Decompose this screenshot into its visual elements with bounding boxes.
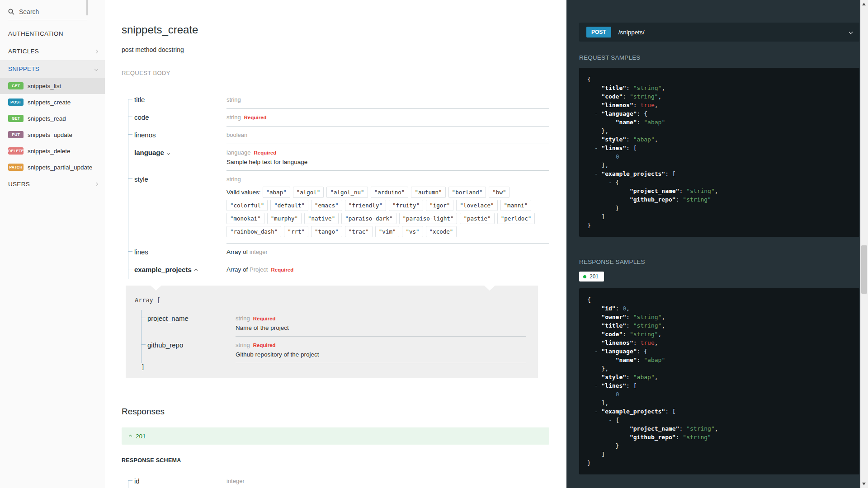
scroll-up-icon[interactable] <box>862 3 866 5</box>
panel-notch-left <box>151 286 161 291</box>
chevron-down-icon <box>167 152 170 155</box>
operation-title: snippets_create <box>122 23 549 36</box>
sidebar-item-label: snippets_create <box>28 99 71 106</box>
chevron-down-icon <box>94 67 98 70</box>
sidebar-section-snippets[interactable]: SNIPPETS <box>0 60 105 78</box>
enum-chip: "perldoc" <box>497 213 535 224</box>
type-prefix: Array of <box>226 266 250 273</box>
sidebar-item-snippets_delete[interactable]: DELETEsnippets_delete <box>0 143 105 159</box>
response-samples-label: RESPONSE SAMPLES <box>579 258 859 265</box>
enum-chip: "tango" <box>311 226 342 237</box>
field-type-line: languageRequired <box>226 148 549 156</box>
required-badge: Required <box>254 150 277 155</box>
scrollbar-thumb[interactable] <box>861 245 867 294</box>
field-row: codestringRequired <box>128 109 549 127</box>
enum-chip: "trac" <box>345 226 373 237</box>
method-badge-put: PUT <box>8 131 24 138</box>
sidebar-item-snippets_create[interactable]: POSTsnippets_create <box>0 94 105 110</box>
type-name: string <box>236 342 250 348</box>
enum-chip: "murphy" <box>267 213 302 224</box>
enum-chip: "vs" <box>402 226 423 237</box>
field-type: string <box>226 95 549 109</box>
type-name: integer <box>226 478 245 484</box>
field-row: linesArray of integer <box>128 244 549 261</box>
field-type: stringRequired <box>226 113 549 127</box>
field-type-line: integer <box>226 477 549 485</box>
valid-values-label: Valid values: <box>226 189 261 196</box>
enum-chip: "vim" <box>375 226 400 237</box>
sidebar-item-snippets_partial_update[interactable]: PATCHsnippets_partial_update <box>0 159 105 175</box>
field-name: project_name <box>147 314 236 337</box>
response-status-code: 201 <box>136 433 146 440</box>
search-underline <box>8 20 87 20</box>
enum-chip: "native" <box>304 213 339 224</box>
sidebar-section-articles[interactable]: ARTICLES <box>0 42 105 60</box>
type-name: language <box>226 149 251 156</box>
field-name: github_repo <box>147 341 236 363</box>
sidebar-item-snippets_read[interactable]: GETsnippets_read <box>0 110 105 127</box>
method-badge-patch: PATCH <box>8 164 24 171</box>
responses-heading: Responses <box>122 407 549 417</box>
field-type-line: Array of ProjectRequired <box>226 265 549 273</box>
sidebar-section-label: AUTHENTICATION <box>8 30 63 37</box>
sidebar-item-snippets_list[interactable]: GETsnippets_list <box>0 78 105 94</box>
field-type-line: string <box>226 175 549 183</box>
sidebar-item-label: snippets_partial_update <box>28 164 92 171</box>
endpoint-selector[interactable]: POST /snippets/ <box>579 23 859 42</box>
field-help: Github repository of the project <box>236 351 515 358</box>
required-badge: Required <box>253 316 276 321</box>
type-name: string <box>226 96 241 103</box>
enum-chip: "xcode" <box>426 226 457 237</box>
scroll-down-icon[interactable] <box>862 483 866 485</box>
field-help: Name of the project <box>236 324 515 331</box>
request-sample-code: { "title": "string", "code": "string", "… <box>579 68 859 237</box>
enum-values: Valid values:"abap""algol""algol_nu""ard… <box>226 186 549 238</box>
field-name: code <box>134 113 226 127</box>
field-type-line: stringRequired <box>236 341 515 349</box>
sidebar-item-label: snippets_read <box>28 115 66 122</box>
sidebar-section-label: USERS <box>8 181 30 188</box>
field-row: languagelanguageRequiredSample help text… <box>128 144 549 171</box>
endpoint-path: /snippets/ <box>618 29 645 36</box>
enum-chip: "emacs" <box>311 200 342 211</box>
enum-chip: "default" <box>270 200 308 211</box>
type-name: Project <box>250 266 268 273</box>
field-name[interactable]: language <box>134 148 226 171</box>
response-201-tab[interactable]: 201 <box>579 272 604 282</box>
response-201-banner[interactable]: 201 <box>122 427 549 445</box>
field-name[interactable]: example_projects <box>134 265 226 278</box>
field-row: stylestringValid values:"abap""algol""al… <box>128 171 549 244</box>
search-icon <box>8 9 14 15</box>
field-type-line: stringRequired <box>236 314 515 322</box>
field-type: Array of ProjectRequired <box>226 265 549 278</box>
panel-notch-right <box>484 286 495 291</box>
field-type: stringRequiredName of the project <box>236 314 526 337</box>
enum-chip: "lovelace" <box>456 200 497 211</box>
sidebar-section-users[interactable]: USERS <box>0 175 105 193</box>
enum-chip: "friendly" <box>345 200 386 211</box>
field-type-line: stringRequired <box>226 113 549 121</box>
sidebar-scrollbar-thumb[interactable] <box>86 0 88 15</box>
enum-chip: "manni" <box>500 200 532 211</box>
chevron-up-icon <box>194 269 198 272</box>
type-name: string <box>226 114 241 121</box>
field-name: id <box>134 477 226 488</box>
sidebar-item-snippets_update[interactable]: PUTsnippets_update <box>0 127 105 143</box>
response-schema-label: RESPONSE SCHEMA <box>122 457 549 464</box>
chevron-right-icon <box>94 182 98 186</box>
response-schema: idintegerid serializer help textownerstr… <box>128 473 549 488</box>
field-row: idintegerid serializer help text <box>128 473 549 488</box>
response-sample-code: { "id": 0, "owner": "string", "title": "… <box>579 288 859 474</box>
field-type: stringRequiredGithub repository of the p… <box>236 341 526 363</box>
field-row: example_projectsArray of ProjectRequired <box>128 261 549 278</box>
request-body-label: REQUEST BODY <box>122 70 549 82</box>
search-input[interactable]: Search <box>0 5 105 20</box>
search-placeholder: Search <box>19 8 39 15</box>
samples-panel: POST /snippets/ REQUEST SAMPLES { "title… <box>566 0 868 488</box>
field-row: linenosboolean <box>128 127 549 144</box>
sidebar-section-label: SNIPPETS <box>8 66 39 72</box>
sidebar-section-authentication[interactable]: AUTHENTICATION <box>0 25 105 42</box>
array-open-bracket: Array [ <box>135 296 526 304</box>
method-badge-post: POST <box>8 99 24 106</box>
page-scrollbar[interactable] <box>860 0 868 488</box>
